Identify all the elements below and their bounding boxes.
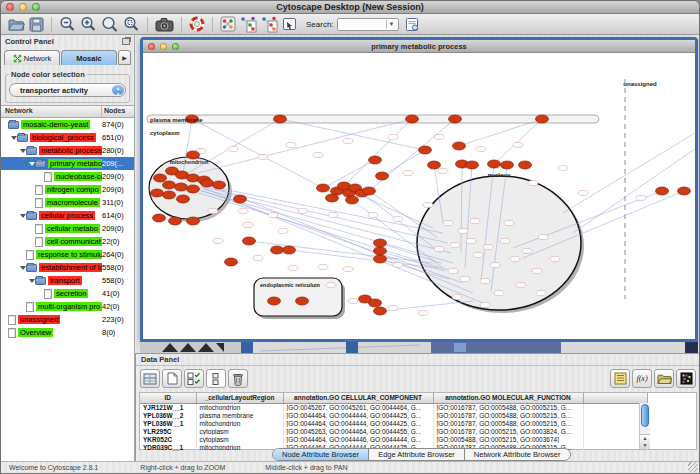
- network-node[interactable]: [453, 142, 466, 150]
- network-node[interactable]: [274, 115, 287, 123]
- undock-panel-icon[interactable]: [122, 38, 130, 45]
- expander-icon[interactable]: [19, 149, 26, 153]
- network-node[interactable]: [234, 195, 247, 203]
- tree-row[interactable]: cellular process614(0): [1, 209, 134, 222]
- attribute-table[interactable]: ID_cellularLayoutRegionannotation.GO CEL…: [140, 393, 648, 451]
- function-builder-button[interactable]: f(x): [632, 369, 652, 388]
- tab-network[interactable]: Network: [4, 50, 60, 65]
- network-node[interactable]: [428, 161, 441, 169]
- tree-row[interactable]: cellular metabo209(0): [1, 222, 134, 235]
- delete-attribute-button[interactable]: [228, 369, 248, 388]
- network-node[interactable]: [163, 191, 176, 199]
- network-node[interactable]: [201, 179, 214, 187]
- network-node[interactable]: [374, 307, 387, 315]
- tree-row[interactable]: biological_process651(0): [1, 131, 134, 144]
- table-cell[interactable]: [GO:0016787, GO:0005488, GO:0005215, G..…: [433, 419, 583, 427]
- chevron-down-icon[interactable]: ▼: [386, 20, 397, 29]
- search-input[interactable]: ▼: [337, 18, 399, 31]
- network-node[interactable]: [656, 187, 669, 195]
- tree-row[interactable]: response to stimulu264(0): [1, 248, 134, 261]
- network-node[interactable]: [317, 184, 330, 192]
- zoom-in-button[interactable]: [78, 15, 99, 34]
- network-node[interactable]: [369, 299, 382, 307]
- table-cell[interactable]: [GO:0044464, GO:0044444, GO:0044425, G..…: [283, 419, 433, 427]
- table-cell[interactable]: YDR039C__1: [140, 443, 196, 451]
- tab-edge-attribute-browser[interactable]: Edge Attribute Browser: [369, 449, 465, 460]
- tab-network-attribute-browser[interactable]: Network Attribute Browser: [465, 449, 570, 460]
- network-node[interactable]: [376, 172, 389, 180]
- table-cell[interactable]: YPL036W__2: [140, 411, 196, 419]
- table-cell[interactable]: cytoplasm: [196, 435, 283, 443]
- table-cell[interactable]: [GO:0016787, GO:0005488, GO:0005215, G..…: [433, 403, 583, 411]
- network-node[interactable]: [213, 181, 226, 189]
- network-node[interactable]: [346, 196, 359, 204]
- table-cell[interactable]: plasma membrane: [196, 411, 283, 419]
- network-canvas[interactable]: plasma membranecytoplasmmitochondrionnuc…: [143, 53, 695, 339]
- scrollbar-arrows[interactable]: ▲▼: [640, 434, 650, 449]
- table-cell[interactable]: mitochondrion: [196, 443, 283, 451]
- node-color-dropdown[interactable]: transporter activity ▲▼: [9, 83, 126, 97]
- tree-row[interactable]: primary metabol209(...: [1, 157, 134, 170]
- table-cell[interactable]: YLR295C: [140, 427, 196, 435]
- expander-icon[interactable]: [10, 136, 17, 140]
- zoom-out-button[interactable]: [57, 15, 78, 34]
- expander-icon[interactable]: [28, 162, 35, 166]
- table-scrollbar[interactable]: ▲▼: [639, 403, 650, 449]
- import-attributes-button[interactable]: [654, 369, 674, 388]
- expander-icon[interactable]: [28, 279, 35, 283]
- network-node[interactable]: [268, 297, 281, 305]
- network-node[interactable]: [296, 297, 309, 305]
- attribute-form-button[interactable]: [610, 369, 630, 388]
- dropdown-stepper-icon[interactable]: ▲▼: [112, 85, 124, 95]
- table-column-header[interactable]: annotation.GO CELLULAR_COMPONENT: [283, 393, 433, 403]
- table-column-header[interactable]: _cellularLayoutRegion: [196, 393, 283, 403]
- tree-row[interactable]: macromolecule311(0): [1, 196, 134, 209]
- network-view-titlebar[interactable]: primary metabolic process: [143, 40, 695, 53]
- table-cell[interactable]: YKR052C: [140, 435, 196, 443]
- network-node[interactable]: [153, 214, 166, 222]
- table-cell[interactable]: YJR121W__1: [140, 403, 196, 411]
- tree-row[interactable]: cell communicat22(0): [1, 235, 134, 248]
- create-network-copy-button[interactable]: [259, 15, 280, 34]
- scrollbar-thumb[interactable]: [641, 404, 649, 427]
- network-node[interactable]: [449, 115, 462, 123]
- network-node[interactable]: [187, 185, 200, 193]
- network-node[interactable]: [283, 246, 296, 254]
- network-node[interactable]: [326, 194, 339, 202]
- network-node[interactable]: [501, 161, 514, 169]
- network-node[interactable]: [536, 115, 549, 123]
- network-node[interactable]: [519, 161, 532, 169]
- tree-row[interactable]: transport558(0): [1, 274, 134, 287]
- table-cell[interactable]: [GO:0044464, GO:0044444, GO:0044425, G..…: [283, 411, 433, 419]
- network-node[interactable]: [271, 246, 284, 254]
- tree-row[interactable]: secretion41(0): [1, 287, 134, 300]
- expander-icon[interactable]: [19, 214, 26, 218]
- table-cell[interactable]: cytoplasm: [196, 427, 283, 435]
- zoom-selected-button[interactable]: [121, 15, 142, 34]
- tab-scroll-right-button[interactable]: ▶: [118, 50, 131, 65]
- network-overview-button[interactable]: [218, 15, 238, 34]
- table-cell[interactable]: YPL036W__1: [140, 419, 196, 427]
- network-node[interactable]: [678, 187, 691, 195]
- table-cell[interactable]: [GO:0005488, GO:0005215, GO:0003674]: [433, 435, 583, 443]
- create-network-from-selection-button[interactable]: [238, 15, 259, 34]
- zoom-fit-button[interactable]: [99, 15, 121, 34]
- select-attributes-button[interactable]: [140, 369, 160, 388]
- tree-row[interactable]: nitrogen compo209(0): [1, 183, 134, 196]
- tab-node-attribute-browser[interactable]: Node Attribute Browser: [273, 449, 369, 460]
- table-cell[interactable]: [GO:0044464, GO:0044446, GO:0044444, G..…: [283, 435, 433, 443]
- network-node[interactable]: [154, 174, 167, 182]
- table-row[interactable]: YLR295Ccytoplasm[GO:0045263, GO:0044464,…: [140, 427, 647, 435]
- save-session-button[interactable]: [27, 15, 46, 34]
- table-row[interactable]: YJR121W__1mitochondrion[GO:0045267, GO:0…: [140, 403, 647, 411]
- network-node[interactable]: [177, 195, 190, 203]
- network-node[interactable]: [187, 151, 200, 159]
- table-row[interactable]: YPL036W__1mitochondrion[GO:0044464, GO:0…: [140, 419, 647, 427]
- tree-row[interactable]: metabolic process280(0): [1, 144, 134, 157]
- network-node[interactable]: [374, 239, 387, 247]
- network-node[interactable]: [419, 146, 432, 154]
- table-cell[interactable]: [GO:0016787, GO:0005488, GO:0005215, G..…: [433, 411, 583, 419]
- expander-icon[interactable]: [19, 266, 26, 270]
- matrix-button[interactable]: [676, 369, 696, 388]
- network-node[interactable]: [466, 161, 479, 169]
